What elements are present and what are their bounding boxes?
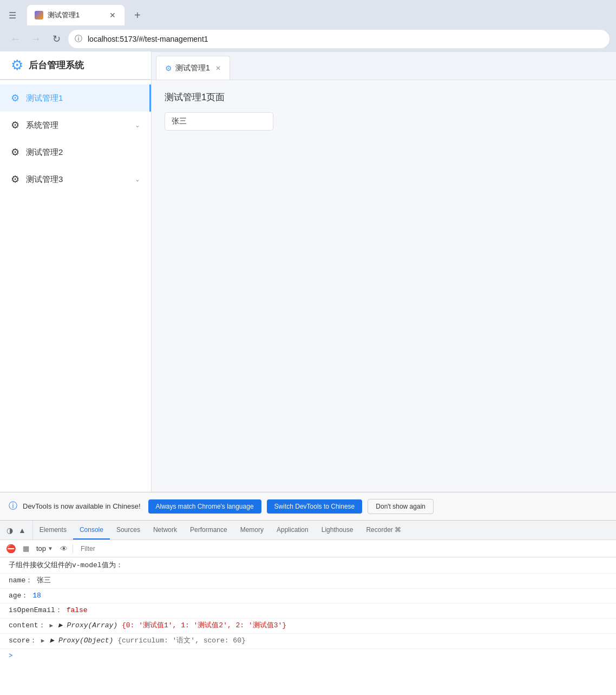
console-line-6[interactable]: score： ▶ ▶ Proxy(Object) {curriculum: '语… bbox=[0, 634, 616, 649]
console-value-age: 18 bbox=[32, 592, 41, 600]
devtools-panel: ◑ ▲ Elements Console Sources Network Per… bbox=[0, 520, 616, 695]
devtools-notification: ⓘ DevTools is now available in Chinese! … bbox=[0, 492, 616, 520]
devtools-inspect-icon[interactable]: ◑ bbox=[4, 524, 15, 537]
console-key-name: name： bbox=[9, 576, 32, 584]
app-tab-active[interactable]: ⚙ 测试管理1 ✕ bbox=[156, 56, 230, 80]
console-line-5[interactable]: content： ▶ ▶ Proxy(Array) {0: '测试值1', 1:… bbox=[0, 619, 616, 634]
app-tab-label: 测试管理1 bbox=[175, 63, 210, 73]
tab-sources[interactable]: Sources bbox=[110, 521, 147, 540]
clear-console-btn[interactable]: ⛔ bbox=[4, 542, 18, 555]
console-line-3: age： 18 bbox=[0, 589, 616, 604]
chevron-down-icon-top: ▼ bbox=[48, 545, 53, 551]
console-proxy-content-rest: {0: '测试值1', 1: '测试值2', 2: '测试值3'} bbox=[122, 621, 286, 629]
tab-network[interactable]: Network bbox=[147, 521, 184, 540]
devtools-tab-bar: ◑ ▲ Elements Console Sources Network Per… bbox=[0, 521, 616, 540]
tab-memory[interactable]: Memory bbox=[234, 521, 270, 540]
console-value-isopenemail: false bbox=[67, 606, 88, 614]
page-title: 测试管理1页面 bbox=[165, 91, 603, 103]
sidebar-label-test3: 测试管理3 bbox=[26, 174, 128, 185]
app-container: ⚙ 后台管理系统 ⚙ 测试管理1 ✕ ⚙ 测试管理1 ⚙ 系统管理 ⌄ ⚙ 测试… bbox=[0, 52, 616, 492]
chevron-down-icon-system: ⌄ bbox=[135, 121, 140, 129]
console-proxy-content: ▶ Proxy(Array) bbox=[58, 621, 117, 629]
console-proxy-score: ▶ Proxy(Object) bbox=[50, 636, 113, 645]
browser-chrome: ☰ 测试管理1 ✕ + ← → ↻ ⓘ bbox=[0, 0, 616, 52]
filter-input[interactable] bbox=[76, 544, 612, 554]
top-selector[interactable]: top ▼ bbox=[34, 543, 55, 554]
tab-recorder[interactable]: Recorder ⌘ bbox=[359, 521, 408, 540]
expand-icon-content[interactable]: ▶ bbox=[49, 622, 53, 629]
console-value-name: 张三 bbox=[37, 576, 51, 584]
sidebar-item-test-management1[interactable]: ⚙ 测试管理1 bbox=[0, 85, 151, 112]
console-text-1: 子组件接收父组件的v-model值为： bbox=[9, 561, 123, 569]
new-tab-btn[interactable]: + bbox=[129, 7, 146, 24]
address-wrapper[interactable]: ⓘ bbox=[68, 30, 610, 48]
sidebar-icon-test2: ⚙ bbox=[11, 146, 19, 158]
sidebar: ⚙ 测试管理1 ⚙ 系统管理 ⌄ ⚙ 测试管理2 ⚙ 测试管理3 ⌄ bbox=[0, 80, 152, 492]
address-input[interactable] bbox=[68, 30, 610, 48]
app-header: ⚙ 后台管理系统 ⚙ 测试管理1 ✕ bbox=[0, 52, 616, 80]
sidebar-label-test2: 测试管理2 bbox=[26, 147, 63, 158]
tab-favicon bbox=[35, 11, 43, 20]
app-tab-close-btn[interactable]: ✕ bbox=[215, 64, 221, 72]
sidebar-item-test-management3[interactable]: ⚙ 测试管理3 ⌄ bbox=[0, 166, 151, 193]
back-btn[interactable]: ← bbox=[6, 30, 24, 48]
address-info-icon: ⓘ bbox=[75, 34, 82, 44]
console-proxy-score-rest: {curriculum: '语文', score: 60} bbox=[117, 636, 246, 645]
console-key-score: score： bbox=[9, 636, 37, 645]
notification-text: DevTools is now available in Chinese! bbox=[23, 502, 141, 510]
tab-title: 测试管理1 bbox=[48, 10, 104, 20]
console-key-isopenemail: isOpenEmail： bbox=[9, 606, 62, 614]
sidebar-item-test-management2[interactable]: ⚙ 测试管理2 bbox=[0, 139, 151, 166]
filter-separator bbox=[73, 544, 73, 553]
always-match-language-btn[interactable]: Always match Chrome's language bbox=[148, 499, 261, 514]
console-line-2: name： 张三 bbox=[0, 574, 616, 589]
notification-info-icon: ⓘ bbox=[9, 501, 17, 512]
tab-performance[interactable]: Performance bbox=[184, 521, 234, 540]
sidebar-icon-system: ⚙ bbox=[11, 119, 19, 131]
console-output: 子组件接收父组件的v-model值为： name： 张三 age： 18 isO… bbox=[0, 557, 616, 695]
main-layout: ⚙ 测试管理1 ⚙ 系统管理 ⌄ ⚙ 测试管理2 ⚙ 测试管理3 ⌄ 测试管理1… bbox=[0, 80, 616, 492]
app-logo-icon: ⚙ bbox=[11, 57, 23, 74]
tab-console[interactable]: Console bbox=[73, 521, 110, 540]
content-area: 测试管理1页面 bbox=[152, 80, 616, 492]
sidebar-item-system-management[interactable]: ⚙ 系统管理 ⌄ bbox=[0, 112, 151, 139]
content-input[interactable] bbox=[165, 112, 273, 131]
expand-icon-score[interactable]: ▶ bbox=[41, 638, 45, 644]
console-key-age: age： bbox=[9, 592, 28, 600]
dont-show-again-btn[interactable]: Don't show again bbox=[368, 499, 434, 514]
console-line-4: isOpenEmail： false bbox=[0, 603, 616, 619]
tab-lighthouse[interactable]: Lighthouse bbox=[315, 521, 360, 540]
console-arrow-line[interactable]: > bbox=[0, 649, 616, 664]
devtools-tab-icons: ◑ ▲ bbox=[0, 521, 33, 540]
switch-to-chinese-btn[interactable]: Switch DevTools to Chinese bbox=[267, 499, 363, 514]
forward-btn[interactable]: → bbox=[27, 30, 44, 48]
tab-close-btn[interactable]: ✕ bbox=[108, 10, 117, 20]
tab-collapse-btn[interactable]: ☰ bbox=[4, 8, 21, 23]
tab-elements[interactable]: Elements bbox=[33, 521, 73, 540]
app-logo-text: 后台管理系统 bbox=[29, 59, 84, 72]
console-line-1: 子组件接收父组件的v-model值为： bbox=[0, 558, 616, 574]
sidebar-label-system: 系统管理 bbox=[26, 120, 128, 131]
eye-icon-btn[interactable]: 👁 bbox=[58, 543, 69, 555]
address-bar: ← → ↻ ⓘ bbox=[0, 26, 616, 52]
app-logo-area: ⚙ 后台管理系统 bbox=[0, 51, 152, 80]
tab-application[interactable]: Application bbox=[270, 521, 315, 540]
sidebar-label-test1: 测试管理1 bbox=[26, 93, 63, 103]
filter-toggle-btn[interactable]: ▦ bbox=[21, 543, 31, 554]
app-tab-icon: ⚙ bbox=[165, 64, 172, 73]
sidebar-icon-test1: ⚙ bbox=[11, 92, 19, 104]
console-key-content: content： bbox=[9, 621, 45, 629]
sidebar-icon-test3: ⚙ bbox=[11, 173, 19, 185]
chevron-down-icon-test3: ⌄ bbox=[135, 176, 140, 183]
tab-bar: ☰ 测试管理1 ✕ + bbox=[0, 0, 616, 26]
console-arrow[interactable]: > bbox=[9, 652, 12, 660]
top-label: top bbox=[36, 544, 46, 553]
devtools-toolbar: ⛔ ▦ top ▼ 👁 bbox=[0, 540, 616, 557]
reload-btn[interactable]: ↻ bbox=[48, 30, 65, 48]
devtools-device-icon[interactable]: ▲ bbox=[16, 524, 28, 537]
tab-item[interactable]: 测试管理1 ✕ bbox=[27, 5, 124, 25]
